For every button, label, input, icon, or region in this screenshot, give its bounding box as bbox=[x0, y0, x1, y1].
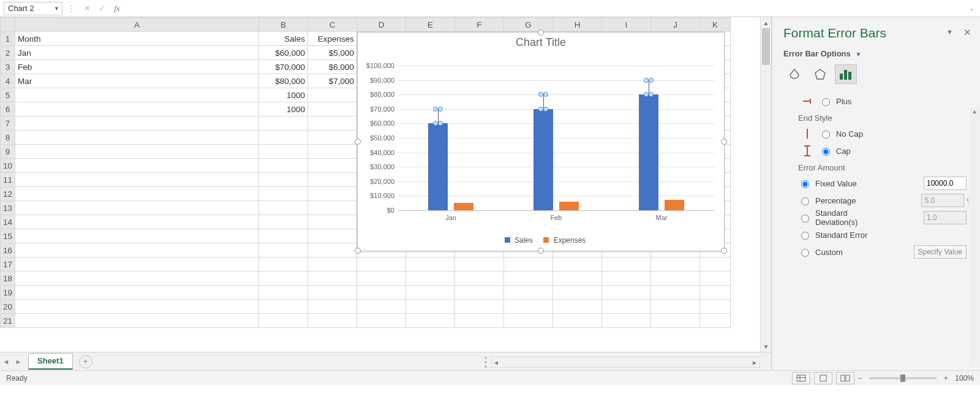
zoom-thumb[interactable] bbox=[900, 375, 905, 382]
scroll-left-icon[interactable]: ◄ bbox=[491, 359, 501, 366]
cell-A19[interactable] bbox=[15, 286, 259, 300]
row-header[interactable]: 6 bbox=[1, 102, 15, 116]
cell-J21[interactable] bbox=[651, 314, 700, 328]
end-style-nocap-option[interactable]: No Cap bbox=[798, 125, 980, 142]
row-header[interactable]: 20 bbox=[1, 300, 15, 314]
cell-C16[interactable] bbox=[308, 243, 357, 257]
error-amount-option[interactable]: Fixed Value bbox=[798, 175, 980, 192]
cell-B2[interactable]: $60,000 bbox=[259, 46, 308, 60]
row-header[interactable]: 1 bbox=[1, 32, 15, 46]
chart-handle[interactable] bbox=[355, 248, 361, 254]
selection-handle[interactable] bbox=[438, 107, 443, 112]
cell-A16[interactable] bbox=[15, 243, 259, 257]
view-page-layout-icon[interactable] bbox=[814, 372, 832, 384]
cell-D20[interactable] bbox=[357, 300, 406, 314]
cell-E17[interactable] bbox=[406, 257, 455, 272]
cell-G20[interactable] bbox=[504, 300, 553, 314]
column-header[interactable]: I bbox=[602, 18, 651, 32]
cell-C12[interactable] bbox=[308, 187, 357, 201]
scroll-up-icon[interactable]: ▲ bbox=[969, 108, 980, 119]
direction-plus-radio[interactable] bbox=[822, 98, 830, 106]
selection-handle[interactable] bbox=[538, 92, 543, 97]
cell-K19[interactable] bbox=[700, 286, 731, 300]
scroll-down-icon[interactable]: ▼ bbox=[761, 341, 771, 352]
cell-A10[interactable] bbox=[15, 159, 259, 173]
cell-C18[interactable] bbox=[308, 272, 357, 286]
cell-K21[interactable] bbox=[700, 314, 731, 328]
cell-B7[interactable] bbox=[259, 116, 308, 131]
cell-B16[interactable] bbox=[259, 243, 308, 257]
chart-handle[interactable] bbox=[721, 248, 727, 254]
row-header[interactable]: 9 bbox=[1, 145, 15, 159]
cell-C11[interactable] bbox=[308, 173, 357, 187]
row-header[interactable]: 8 bbox=[1, 131, 15, 145]
cell-E18[interactable] bbox=[406, 272, 455, 286]
name-box[interactable]: Chart 2 ▼ bbox=[4, 2, 62, 15]
cell-A12[interactable] bbox=[15, 187, 259, 201]
pane-options-dropdown-icon[interactable]: ▼ bbox=[946, 28, 953, 36]
cell-B21[interactable] bbox=[259, 314, 308, 328]
bar-expenses[interactable] bbox=[559, 202, 579, 210]
vertical-scrollbar[interactable]: ▲ ▼ bbox=[760, 17, 771, 352]
cell-E20[interactable] bbox=[406, 300, 455, 314]
row-header[interactable]: 4 bbox=[1, 74, 15, 88]
row-header[interactable]: 12 bbox=[1, 187, 15, 201]
close-pane-icon[interactable]: ✕ bbox=[963, 27, 971, 38]
scroll-thumb[interactable] bbox=[762, 28, 770, 65]
cell-B6[interactable]: 1000 bbox=[259, 102, 308, 116]
cell-F17[interactable] bbox=[455, 257, 504, 272]
cell-H20[interactable] bbox=[553, 300, 602, 314]
row-header[interactable]: 3 bbox=[1, 60, 15, 74]
fill-line-tab-icon[interactable] bbox=[783, 64, 805, 84]
pane-scrollbar[interactable]: ▲ bbox=[969, 108, 980, 368]
cell-I17[interactable] bbox=[602, 257, 651, 272]
cell-A7[interactable] bbox=[15, 116, 259, 131]
cell-B18[interactable] bbox=[259, 272, 308, 286]
cell-A4[interactable]: Mar bbox=[15, 74, 259, 88]
zoom-level[interactable]: 100% bbox=[955, 374, 974, 383]
cell-C13[interactable] bbox=[308, 201, 357, 215]
selection-handle[interactable] bbox=[538, 107, 543, 112]
cell-J20[interactable] bbox=[651, 300, 700, 314]
cell-A3[interactable]: Feb bbox=[15, 60, 259, 74]
cell-J19[interactable] bbox=[651, 286, 700, 300]
row-header[interactable]: 14 bbox=[1, 215, 15, 229]
column-header[interactable]: J bbox=[651, 18, 700, 32]
row-header[interactable]: 5 bbox=[1, 88, 15, 102]
row-header[interactable]: 16 bbox=[1, 243, 15, 257]
row-header[interactable]: 10 bbox=[1, 159, 15, 173]
cell-C9[interactable] bbox=[308, 145, 357, 159]
cell-I18[interactable] bbox=[602, 272, 651, 286]
cell-G18[interactable] bbox=[504, 272, 553, 286]
cell-B10[interactable] bbox=[259, 159, 308, 173]
chart-handle[interactable] bbox=[538, 29, 544, 36]
nocap-radio[interactable] bbox=[822, 131, 830, 139]
cell-C4[interactable]: $7,000 bbox=[308, 74, 357, 88]
row-header[interactable]: 13 bbox=[1, 201, 15, 215]
cell-K20[interactable] bbox=[700, 300, 731, 314]
cancel-formula-icon[interactable]: ✕ bbox=[80, 4, 94, 13]
column-header[interactable]: E bbox=[406, 18, 455, 32]
cell-C10[interactable] bbox=[308, 159, 357, 173]
cell-F18[interactable] bbox=[455, 272, 504, 286]
error-amount-radio[interactable] bbox=[801, 249, 809, 257]
new-sheet-button[interactable]: + bbox=[79, 355, 92, 368]
cell-C8[interactable] bbox=[308, 131, 357, 145]
cell-I19[interactable] bbox=[602, 286, 651, 300]
cell-J18[interactable] bbox=[651, 272, 700, 286]
error-amount-radio[interactable] bbox=[801, 215, 809, 223]
fx-icon[interactable]: fx bbox=[109, 4, 125, 13]
bar-options-tab-icon[interactable] bbox=[835, 64, 857, 84]
cell-G21[interactable] bbox=[504, 314, 553, 328]
cell-C2[interactable]: $5,000 bbox=[308, 46, 357, 60]
cell-G19[interactable] bbox=[504, 286, 553, 300]
chart-legend[interactable]: Sales Expenses bbox=[358, 236, 724, 245]
column-header[interactable]: D bbox=[357, 18, 406, 32]
horizontal-scrollbar[interactable]: ◄ ► bbox=[491, 357, 760, 368]
column-header[interactable]: A bbox=[15, 18, 259, 32]
cap-radio[interactable] bbox=[822, 148, 830, 156]
chart-title[interactable]: Chart Title bbox=[358, 36, 724, 49]
pane-subtitle[interactable]: Error Bar Options ▼ bbox=[783, 49, 980, 58]
specify-value-button[interactable]: Specify Value bbox=[914, 245, 967, 259]
cell-I21[interactable] bbox=[602, 314, 651, 328]
